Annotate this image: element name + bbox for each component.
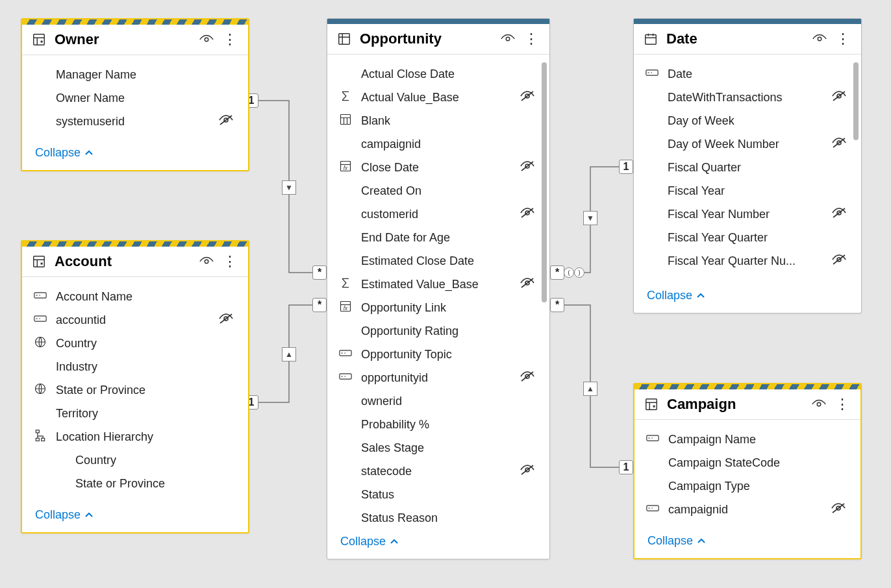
field-row[interactable]: Date [634, 62, 861, 86]
visibility-icon[interactable] [811, 397, 827, 412]
field-row[interactable]: Fiscal Year Quarter Nu... [634, 249, 861, 273]
field-row[interactable]: Account Name [22, 285, 248, 308]
more-options-icon[interactable]: ⋮ [835, 31, 851, 47]
hidden-icon[interactable] [831, 254, 849, 269]
field-row[interactable]: Manager Name [22, 63, 248, 86]
field-row[interactable]: Estimated Value_Base [327, 273, 549, 296]
field-row[interactable]: Fiscal Year Number [634, 202, 861, 226]
field-row[interactable]: Created On [327, 179, 549, 202]
hidden-icon[interactable] [831, 137, 849, 152]
more-options-icon[interactable]: ⋮ [222, 32, 238, 47]
model-canvas[interactable]: 1 1 * * * * 1 1 ▼ ▲ ▼ ▲ ( ) Owner ⋮ Mana… [0, 0, 891, 588]
cardinality-opportunity-right-bottom-many: * [550, 298, 564, 312]
table-owner[interactable]: Owner ⋮ Manager NameOwner Namesystemuser… [21, 18, 249, 171]
field-label: Estimated Value_Base [361, 278, 513, 291]
hidden-icon[interactable] [520, 207, 538, 222]
table-campaign[interactable]: Campaign ⋮ Campaign NameCampaign StateCo… [633, 383, 862, 559]
field-row[interactable]: Status [327, 483, 549, 506]
table-account-header[interactable]: Account ⋮ [22, 247, 248, 277]
field-row[interactable]: Owner Name [22, 86, 248, 110]
field-row[interactable]: Status Reason [327, 506, 549, 526]
field-row[interactable]: Opportunity Topic [327, 343, 549, 366]
visibility-icon[interactable] [199, 32, 214, 47]
filter-direction-owner-opportunity[interactable]: ▼ [282, 180, 296, 195]
filter-direction-campaign-opportunity[interactable]: ▲ [583, 382, 597, 396]
table-date[interactable]: Date ⋮ DateDateWithTransactionsDay of We… [633, 18, 862, 313]
field-row[interactable]: Opportunity Rating [327, 319, 549, 343]
field-row[interactable]: Country [22, 332, 248, 355]
field-row[interactable]: Actual Close Date [327, 62, 549, 86]
table-campaign-header[interactable]: Campaign ⋮ [634, 389, 860, 420]
field-label: Estimated Close Date [361, 254, 538, 268]
fx-icon: fx [339, 160, 355, 176]
chevron-up-icon [390, 539, 399, 545]
filter-direction-account-opportunity[interactable]: ▲ [282, 347, 296, 361]
field-row[interactable]: ownerid [327, 389, 549, 413]
field-row[interactable]: Blank [327, 109, 549, 132]
table-date-header[interactable]: Date ⋮ [634, 24, 861, 55]
field-row[interactable]: Campaign Name [634, 428, 860, 451]
scrollbar-thumb[interactable] [542, 62, 547, 302]
hidden-icon[interactable] [520, 371, 538, 386]
collapse-button-account[interactable]: Collapse [22, 499, 248, 532]
field-label: End Date for Age [361, 231, 538, 245]
field-row[interactable]: campaignid [634, 498, 860, 521]
hidden-icon[interactable] [831, 502, 849, 517]
field-row[interactable]: Probability % [327, 413, 549, 436]
field-row[interactable]: fxClose Date [327, 156, 549, 179]
field-row[interactable]: accountid [22, 308, 248, 332]
collapse-button-date[interactable]: Collapse [634, 280, 861, 313]
field-row[interactable]: Day of Week Number [634, 132, 861, 156]
hidden-icon[interactable] [520, 464, 538, 479]
hidden-icon[interactable] [218, 114, 236, 129]
table-campaign-fields: Campaign NameCampaign StateCodeCampaign … [634, 420, 860, 525]
field-label: Opportunity Rating [361, 325, 538, 338]
fx-icon: fx [339, 300, 355, 316]
field-label: Status [361, 488, 538, 502]
table-account[interactable]: Account ⋮ Account NameaccountidCountryIn… [21, 240, 249, 533]
field-row[interactable]: Territory [22, 402, 248, 425]
field-row[interactable]: campaignid [327, 132, 549, 156]
collapse-button-opportunity[interactable]: Collapse [327, 526, 549, 559]
field-row[interactable]: Country [22, 448, 248, 472]
field-row[interactable]: State or Province [22, 472, 248, 495]
field-row[interactable]: Fiscal Year Quarter [634, 226, 861, 249]
field-row[interactable]: customerid [327, 202, 549, 226]
field-row[interactable]: Fiscal Year [634, 179, 861, 202]
field-row[interactable]: Fiscal Quarter [634, 156, 861, 179]
filter-direction-date-opportunity[interactable]: ▼ [583, 211, 597, 225]
visibility-icon[interactable] [500, 31, 516, 47]
scrollbar-thumb[interactable] [853, 62, 859, 140]
field-row[interactable]: Industry [22, 355, 248, 378]
collapse-button-campaign[interactable]: Collapse [634, 525, 860, 558]
more-options-icon[interactable]: ⋮ [523, 31, 539, 47]
more-options-icon[interactable]: ⋮ [222, 254, 238, 269]
field-row[interactable]: systemuserid [22, 110, 248, 133]
field-row[interactable]: fxOpportunity Link [327, 296, 549, 319]
table-opportunity[interactable]: Opportunity ⋮ Actual Close DateActual Va… [327, 18, 550, 559]
field-row[interactable]: Sales Stage [327, 436, 549, 459]
visibility-icon[interactable] [812, 31, 827, 47]
field-row[interactable]: End Date for Age [327, 226, 549, 249]
field-row[interactable]: opportunityid [327, 366, 549, 389]
field-row[interactable]: DateWithTransactions [634, 86, 861, 109]
field-row[interactable]: Campaign StateCode [634, 451, 860, 474]
hidden-icon[interactable] [831, 90, 849, 105]
field-row[interactable]: Actual Value_Base [327, 86, 549, 109]
field-row[interactable]: statecode [327, 459, 549, 483]
hidden-icon[interactable] [520, 277, 538, 292]
hidden-icon[interactable] [831, 207, 849, 222]
field-row[interactable]: Estimated Close Date [327, 249, 549, 273]
field-row[interactable]: Day of Week [634, 109, 861, 132]
field-row[interactable]: Location Hierarchy [22, 425, 248, 448]
field-row[interactable]: Campaign Type [634, 474, 860, 498]
field-row[interactable]: State or Province [22, 378, 248, 402]
table-opportunity-header[interactable]: Opportunity ⋮ [327, 24, 549, 55]
more-options-icon[interactable]: ⋮ [835, 397, 850, 412]
hidden-icon[interactable] [218, 313, 236, 328]
table-owner-header[interactable]: Owner ⋮ [22, 25, 248, 55]
hidden-icon[interactable] [520, 160, 538, 175]
visibility-icon[interactable] [199, 254, 214, 269]
hidden-icon[interactable] [520, 90, 538, 105]
collapse-button-owner[interactable]: Collapse [22, 137, 248, 170]
